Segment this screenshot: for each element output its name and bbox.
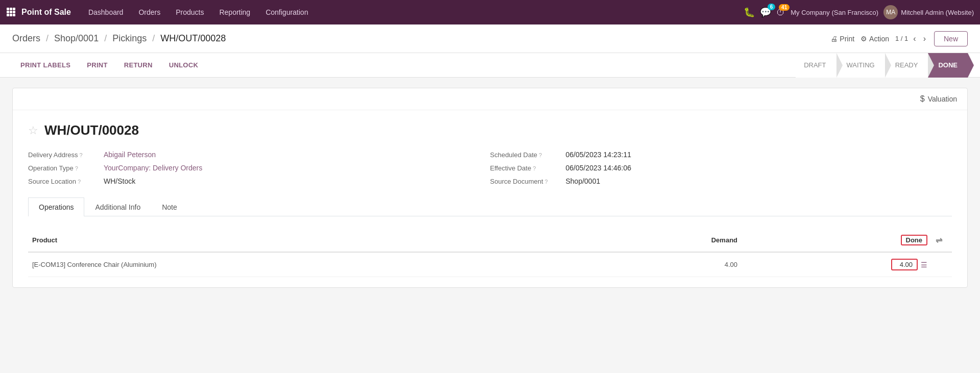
operation-type-value[interactable]: YourCompany: Delivery Orders [104, 164, 202, 172]
operations-table: Product Demand Done ⇌ [E-COM13] Conferen… [28, 229, 952, 277]
action-bar: PRINT LABELS PRINT RETURN UNLOCK DRAFT W… [0, 53, 980, 78]
breadcrumb: Orders / Shop/0001 / Pickings / WH/OUT/0… [12, 33, 830, 44]
print-button-2[interactable]: PRINT [79, 53, 116, 78]
list-detail-icon[interactable]: ☰ [921, 261, 927, 269]
tab-note[interactable]: Note [151, 197, 188, 216]
operation-type-row: Operation Type ? YourCompany: Delivery O… [28, 164, 490, 172]
pager-text: 1 / 1 [895, 35, 908, 42]
grid-icon[interactable] [6, 7, 15, 18]
delivery-address-value[interactable]: Abigail Peterson [104, 151, 156, 159]
done-value[interactable]: 4.00 [891, 259, 918, 270]
action-button[interactable]: ⚙ Action [861, 35, 889, 43]
demand-cell: 4.00 [594, 252, 742, 277]
breadcrumb-sep-3: / [152, 33, 155, 43]
scheduled-date-value: 06/05/2023 14:23:11 [566, 151, 631, 159]
valuation-button[interactable]: $ Valuation [920, 94, 957, 104]
operation-type-label: Operation Type ? [28, 164, 100, 172]
menu-configuration[interactable]: Configuration [258, 4, 315, 20]
product-cell: [E-COM13] Conference Chair (Aluminium) [28, 252, 594, 277]
svg-rect-1 [10, 8, 12, 10]
new-button[interactable]: New [934, 31, 968, 46]
table-area: Product Demand Done ⇌ [E-COM13] Conferen… [13, 229, 967, 287]
print-button[interactable]: 🖨 Print [830, 35, 854, 43]
delivery-address-row: Delivery Address ? Abigail Peterson [28, 151, 490, 159]
done-cell: 4.00 ☰ [742, 252, 931, 277]
main-menu: Dashboard Orders Products Reporting Conf… [81, 4, 742, 20]
table-header: Product Demand Done ⇌ [28, 229, 952, 252]
svg-rect-8 [13, 14, 15, 16]
company-name: My Company (San Francisco) [791, 9, 878, 16]
svg-rect-6 [7, 14, 9, 16]
adjust-icon[interactable]: ⇌ [936, 236, 942, 244]
return-button[interactable]: RETURN [116, 53, 161, 78]
tab-bar: Operations Additional Info Note [28, 197, 952, 216]
form-fields: Delivery Address ? Abigail Peterson Oper… [28, 151, 952, 185]
gear-icon: ⚙ [861, 35, 867, 43]
clock-badge: 41 [779, 4, 790, 11]
chat-badge: 6 [768, 4, 776, 10]
unlock-button[interactable]: UNLOCK [161, 53, 206, 78]
valuation-bar: $ Valuation [13, 88, 967, 110]
col-done: Done [742, 229, 931, 252]
effective-date-label: Effective Date ? [490, 164, 562, 172]
breadcrumb-actions: 🖨 Print ⚙ Action 1 / 1 ‹ › New [830, 31, 968, 46]
row-adjust-cell [931, 252, 952, 277]
valuation-label: Valuation [928, 95, 957, 103]
breadcrumb-shop[interactable]: Shop/0001 [54, 33, 99, 43]
operation-type-help[interactable]: ? [75, 165, 78, 171]
app-brand[interactable]: Point of Sale [21, 8, 71, 17]
favorite-icon[interactable]: ☆ [28, 124, 38, 137]
breadcrumb-bar: Orders / Shop/0001 / Pickings / WH/OUT/0… [0, 24, 980, 53]
pager: 1 / 1 ‹ › [895, 33, 928, 44]
source-document-row: Source Document ? Shop/0001 [490, 177, 952, 185]
scheduled-date-help[interactable]: ? [539, 152, 542, 158]
table-row: [E-COM13] Conference Chair (Aluminium) 4… [28, 252, 952, 277]
scheduled-date-label: Scheduled Date ? [490, 151, 562, 159]
effective-date-help[interactable]: ? [533, 165, 536, 171]
breadcrumb-sep-1: / [46, 33, 49, 43]
tab-additional-info[interactable]: Additional Info [84, 197, 151, 216]
clock-icon[interactable]: ⏱ 41 [776, 7, 785, 18]
svg-rect-2 [13, 8, 15, 10]
print-labels-button[interactable]: PRINT LABELS [12, 53, 79, 78]
tab-operations[interactable]: Operations [28, 197, 84, 216]
effective-date-row: Effective Date ? 06/05/2023 14:46:06 [490, 164, 952, 172]
bug-icon[interactable]: 🐛 [744, 7, 755, 18]
form-right-col: Scheduled Date ? 06/05/2023 14:23:11 Eff… [490, 151, 952, 185]
status-draft[interactable]: DRAFT [796, 53, 836, 78]
status-waiting[interactable]: WAITING [836, 53, 885, 78]
pager-next[interactable]: › [921, 33, 928, 44]
user-menu[interactable]: MA Mitchell Admin (Website) [883, 5, 974, 19]
delivery-address-help[interactable]: ? [80, 152, 83, 158]
menu-products[interactable]: Products [169, 4, 211, 20]
printer-icon: 🖨 [830, 35, 838, 43]
action-buttons: PRINT LABELS PRINT RETURN UNLOCK [12, 53, 796, 78]
avatar: MA [883, 5, 898, 19]
source-document-help[interactable]: ? [545, 179, 548, 185]
main-content: $ Valuation ☆ WH/OUT/00028 Delivery Addr… [0, 78, 980, 306]
col-adjust: ⇌ [931, 229, 952, 252]
user-name: Mitchell Admin (Website) [901, 9, 974, 16]
breadcrumb-pickings[interactable]: Pickings [112, 33, 147, 43]
pager-prev[interactable]: ‹ [911, 33, 918, 44]
menu-dashboard[interactable]: Dashboard [81, 4, 131, 20]
breadcrumb-orders[interactable]: Orders [12, 33, 40, 43]
done-cell-inner: 4.00 ☰ [746, 259, 927, 270]
form-title-row: ☆ WH/OUT/00028 [28, 122, 952, 138]
menu-reporting[interactable]: Reporting [212, 4, 257, 20]
status-ready[interactable]: READY [885, 53, 928, 78]
menu-orders[interactable]: Orders [131, 4, 168, 20]
source-location-row: Source Location ? WH/Stock [28, 177, 490, 185]
chat-icon[interactable]: 💬 6 [760, 7, 771, 18]
source-location-help[interactable]: ? [78, 179, 81, 185]
col-demand: Demand [594, 229, 742, 252]
form-left-col: Delivery Address ? Abigail Peterson Oper… [28, 151, 490, 185]
svg-rect-4 [10, 11, 12, 13]
table-body: [E-COM13] Conference Chair (Aluminium) 4… [28, 252, 952, 277]
svg-rect-5 [13, 11, 15, 13]
svg-rect-7 [10, 14, 12, 16]
col-product: Product [28, 229, 594, 252]
topnav-right: 🐛 💬 6 ⏱ 41 My Company (San Francisco) MA… [744, 5, 974, 19]
scheduled-date-row: Scheduled Date ? 06/05/2023 14:23:11 [490, 151, 952, 159]
breadcrumb-current: WH/OUT/00028 [160, 33, 226, 43]
